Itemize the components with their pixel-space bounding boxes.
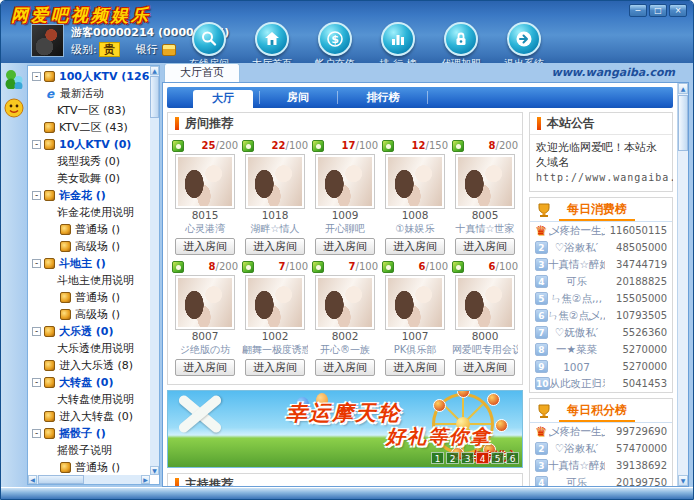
tree-item[interactable]: KTV一区 (83) — [28, 102, 150, 119]
collapse-icon[interactable]: - — [32, 429, 41, 438]
tree-item[interactable]: -大转盘 (0) — [28, 374, 150, 391]
pager-item[interactable]: 5 — [491, 452, 504, 464]
enter-room-button[interactable]: 进入房间 — [245, 359, 305, 376]
bank-label[interactable]: 银行 — [136, 42, 158, 57]
rank-row[interactable]: 8一★菜菜5270000 — [530, 341, 672, 358]
rank-row[interactable]: 4可乐20188825 — [530, 273, 672, 290]
collapse-icon[interactable]: - — [32, 327, 41, 336]
tab-rooms[interactable]: 房间 — [263, 87, 333, 108]
tree-item[interactable]: e最新活动 — [28, 85, 150, 102]
tree-item[interactable]: 普通场 () — [28, 459, 150, 475]
sidebar-vertical-scrollbar[interactable]: ▲ ▼ — [150, 66, 159, 475]
pager-item[interactable]: 2 — [446, 452, 459, 464]
content-vertical-scrollbar[interactable]: ▲ ▼ — [677, 83, 688, 486]
tree-item[interactable]: 普通场 () — [28, 289, 150, 306]
scrollbar-thumb[interactable] — [150, 76, 159, 118]
minimize-button[interactable]: ─ — [629, 4, 647, 17]
room-thumbnail[interactable] — [315, 275, 375, 330]
messenger-icon[interactable] — [3, 67, 25, 89]
sidebar-horizontal-scrollbar[interactable]: ◀ ▶ — [28, 475, 150, 484]
promo-banner[interactable]: 幸运摩天轮 好礼等你拿 >>点击进入 1 2 3 4 5 6 — [167, 390, 523, 468]
scroll-down-icon[interactable]: ▼ — [150, 466, 159, 475]
room-thumbnail[interactable] — [385, 154, 445, 209]
room-thumbnail[interactable] — [455, 154, 515, 209]
tree-item[interactable]: 高级场 () — [28, 238, 150, 255]
tree-item[interactable]: 斗地主使用说明 — [28, 272, 150, 289]
rank-row[interactable]: 5ㄣ焦②点,,,15505000 — [530, 290, 672, 307]
tree-item[interactable]: 大转盘使用说明 — [28, 391, 150, 408]
close-button[interactable]: × — [669, 4, 687, 17]
rank-row[interactable]: 6ㄣ焦②点乄,,,10793505 — [530, 307, 672, 324]
scroll-right-icon[interactable]: ▶ — [141, 475, 150, 484]
rank-row[interactable]: 910075270000 — [530, 358, 672, 375]
rank-row[interactable]: 4可乐20199750 — [530, 474, 672, 486]
tree-item[interactable]: -100人KTV (126) — [28, 68, 150, 85]
tree-item[interactable]: KTV二区 (43) — [28, 119, 150, 136]
scrollbar-thumb[interactable] — [678, 95, 688, 151]
room-thumbnail[interactable] — [455, 275, 515, 330]
collapse-icon[interactable]: - — [32, 259, 41, 268]
tree-item[interactable]: 美女歌舞 (0) — [28, 170, 150, 187]
room-thumbnail[interactable] — [175, 275, 235, 330]
rank-row[interactable]: ♛乄疼拾一生乄99729690 — [530, 423, 672, 440]
rank-row[interactable]: 2♡浴敕私′57470000 — [530, 440, 672, 457]
maximize-button[interactable]: □ — [649, 4, 667, 17]
enter-room-button[interactable]: 进入房间 — [315, 359, 375, 376]
rank-row[interactable]: 3十真情☆醉娘34744719 — [530, 256, 672, 273]
rank-row[interactable]: ♛乄疼拾一生乄116050115 — [530, 222, 672, 239]
enter-room-button[interactable]: 进入房间 — [385, 238, 445, 255]
tree-item[interactable]: -斗地主 () — [28, 255, 150, 272]
pager-item[interactable]: 3 — [461, 452, 474, 464]
rank-row[interactable]: 2♡浴敕私′48505000 — [530, 239, 672, 256]
tree-item[interactable]: 大乐透使用说明 — [28, 340, 150, 357]
enter-room-button[interactable]: 进入房间 — [245, 238, 305, 255]
consume-title[interactable]: 每日消费榜 — [559, 199, 635, 221]
points-title[interactable]: 每日积分榜 — [559, 400, 635, 422]
user-avatar[interactable] — [31, 24, 64, 57]
tree-item[interactable]: 进入大转盘 (0) — [28, 408, 150, 425]
collapse-icon[interactable]: - — [32, 140, 41, 149]
room-thumbnail[interactable] — [385, 275, 445, 330]
tab-hall[interactable]: 大厅 — [193, 90, 253, 108]
notice-url[interactable]: http://www.wangaiba.com/ — [536, 170, 666, 185]
tree-item[interactable]: 摇骰子说明 — [28, 442, 150, 459]
rank-row[interactable]: 10从此改正归邪5041453 — [530, 375, 672, 392]
enter-room-button[interactable]: 进入房间 — [455, 238, 515, 255]
enter-room-button[interactable]: 进入房间 — [175, 359, 235, 376]
rank-row[interactable]: 7♡妩傲私′5526360 — [530, 324, 672, 341]
bank-icon[interactable] — [162, 44, 176, 56]
scroll-down-icon[interactable]: ▼ — [678, 475, 688, 486]
tree-item[interactable]: -大乐透 (0) — [28, 323, 150, 340]
room-thumbnail[interactable] — [245, 154, 305, 209]
scroll-left-icon[interactable]: ◀ — [28, 475, 37, 484]
tab-hall-home[interactable]: 大厅首页 — [164, 63, 240, 82]
tree-item[interactable]: 普通场 () — [28, 221, 150, 238]
scroll-up-icon[interactable]: ▲ — [678, 83, 688, 94]
enter-room-button[interactable]: 进入房间 — [455, 359, 515, 376]
scroll-up-icon[interactable]: ▲ — [150, 66, 159, 75]
scrollbar-thumb[interactable] — [38, 475, 84, 484]
collapse-icon[interactable]: - — [32, 378, 41, 387]
site-url[interactable]: www.wangaiba.com — [552, 66, 675, 79]
tree-item[interactable]: -摇骰子 () — [28, 425, 150, 442]
pager-item[interactable]: 6 — [506, 452, 519, 464]
collapse-icon[interactable]: - — [32, 191, 41, 200]
tree-item[interactable]: -10人KTV (0) — [28, 136, 150, 153]
enter-room-button[interactable]: 进入房间 — [385, 359, 445, 376]
tree-item[interactable]: 诈金花使用说明 — [28, 204, 150, 221]
tree-item[interactable]: 进入大乐透 (8) — [28, 357, 150, 374]
enter-room-button[interactable]: 进入房间 — [315, 238, 375, 255]
tree-item[interactable]: -诈金花 () — [28, 187, 150, 204]
tree-item[interactable]: 高级场 () — [28, 306, 150, 323]
room-thumbnail[interactable] — [315, 154, 375, 209]
pager-item-active[interactable]: 4 — [476, 452, 489, 464]
rank-row[interactable]: 3十真情☆醉娘39138692 — [530, 457, 672, 474]
tab-ranking[interactable]: 排行榜 — [343, 87, 423, 108]
pager-item[interactable]: 1 — [431, 452, 444, 464]
emotion-face-icon[interactable] — [3, 97, 25, 119]
enter-room-button[interactable]: 进入房间 — [175, 238, 235, 255]
collapse-icon[interactable]: - — [32, 72, 41, 81]
tree-item[interactable]: 我型我秀 (0) — [28, 153, 150, 170]
room-thumbnail[interactable] — [245, 275, 305, 330]
room-thumbnail[interactable] — [175, 154, 235, 209]
